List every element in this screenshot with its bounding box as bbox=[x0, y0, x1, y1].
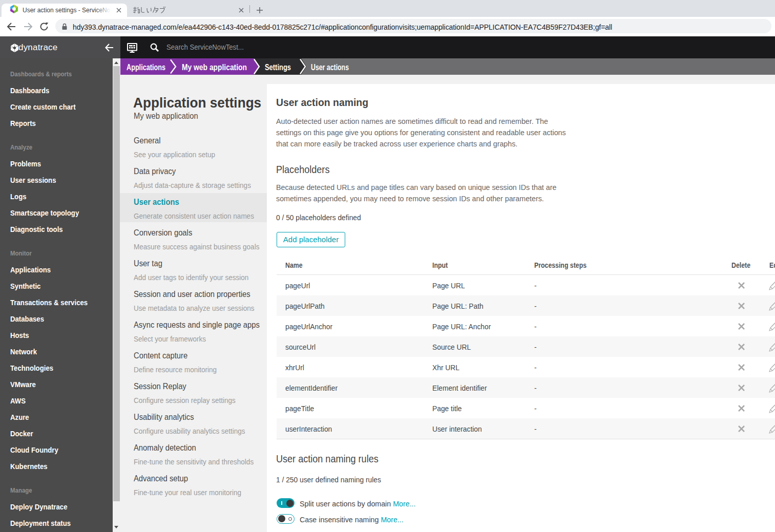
svg-text:Settings: Settings bbox=[265, 62, 291, 72]
svg-text:User actions: User actions bbox=[311, 62, 349, 72]
svg-text:My web application: My web application bbox=[182, 62, 247, 72]
svg-text:Applications: Applications bbox=[127, 62, 165, 72]
